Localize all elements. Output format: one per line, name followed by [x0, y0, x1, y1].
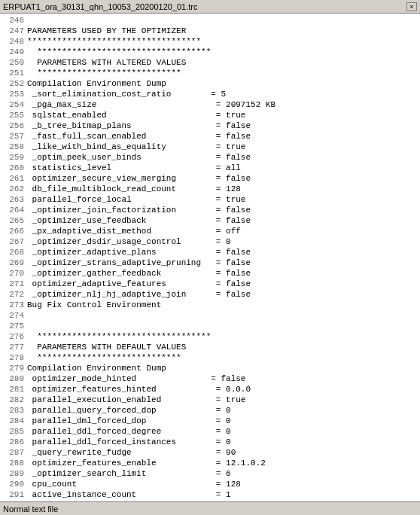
table-row: 262 db_file_multiblock_read_count = 128	[3, 184, 417, 194]
table-row: 251 *****************************	[3, 68, 417, 78]
line-content: optimizer_features_hinted = 0.0.0	[27, 384, 251, 395]
line-content: Bug Fix Control Environment	[27, 300, 161, 310]
line-number: 261	[3, 173, 24, 184]
line-number: 250	[3, 57, 24, 68]
table-row: 263 parallel_force_local = true	[3, 194, 417, 205]
table-row: 276 ***********************************	[3, 331, 417, 342]
line-number: 252	[3, 78, 24, 89]
title-text: ERPUAT1_ora_30131_qhn_10053_20200120_01.…	[3, 2, 198, 11]
table-row: 265 _optimizer_use_feedback = false	[3, 215, 417, 226]
line-number: 262	[3, 184, 24, 194]
line-content: PARAMETERS WITH ALTERED VALUES	[27, 57, 186, 68]
line-number: 248	[3, 36, 24, 47]
line-content: *****************************	[27, 352, 181, 363]
table-row: 285 parallel_ddl_forced_degree = 0	[3, 426, 417, 437]
line-content: optimizer_mode_hinted = false	[27, 373, 245, 384]
line-content: _b_tree_bitmap_plans = false	[27, 120, 251, 131]
line-content: parallel_force_local = true	[27, 194, 245, 205]
line-number: 254	[3, 99, 24, 110]
table-row: 258 _like_with_bind_as_equality = true	[3, 142, 417, 152]
table-row: 286 parallel_ddl_forced_instances = 0	[3, 437, 417, 447]
line-content: cpu_count = 128	[27, 479, 241, 489]
table-row: 256 _b_tree_bitmap_plans = false	[3, 120, 417, 131]
line-content: sqlstat_enabled = true	[27, 110, 245, 120]
line-number: 246	[3, 15, 24, 26]
line-number: 251	[3, 68, 24, 78]
line-content: Compilation Environment Dump	[27, 78, 166, 89]
table-row: 291 active_instance_count = 1	[3, 489, 417, 500]
line-content: _px_adaptive_dist_method = off	[27, 226, 241, 236]
table-row: 282 parallel_execution_enabled = true	[3, 395, 417, 405]
line-content: PARAMETERS WITH DEFAULT VALUES	[27, 342, 186, 352]
line-number: 260	[3, 163, 24, 173]
line-number: 282	[3, 395, 24, 405]
table-row: 275	[3, 321, 417, 331]
table-row: 274	[3, 310, 417, 321]
line-content: parallel_query_forced_dop = 0	[27, 405, 231, 416]
table-row: 252Compilation Environment Dump	[3, 78, 417, 89]
table-row: 249 ***********************************	[3, 47, 417, 57]
line-content: parallel_execution_enabled = true	[27, 395, 245, 405]
line-content: db_file_multiblock_read_count = 128	[27, 184, 241, 194]
table-row: 253 _sort_elimination_cost_ratio = 5	[3, 89, 417, 99]
status-text: Normal text file	[3, 504, 58, 513]
title-bar: ERPUAT1_ora_30131_qhn_10053_20200120_01.…	[0, 0, 420, 14]
line-number: 283	[3, 405, 24, 416]
table-row: 272 _optimizer_nlj_hj_adaptive_join = fa…	[3, 289, 417, 300]
table-row: 278 *****************************	[3, 352, 417, 363]
line-content: parallel_dml_forced_dop = 0	[27, 416, 231, 426]
table-row: 283 parallel_query_forced_dop = 0	[3, 405, 417, 416]
table-row: 279Compilation Environment Dump	[3, 363, 417, 373]
line-number: 247	[3, 26, 24, 36]
line-content: optimizer_secure_view_merging = false	[27, 173, 251, 184]
table-row: 266 _px_adaptive_dist_method = off	[3, 226, 417, 236]
line-content: parallel_threads_per_cpu = 2	[27, 500, 231, 501]
line-number: 264	[3, 205, 24, 215]
line-number: 290	[3, 479, 24, 489]
line-content: _optimizer_gather_feedback = false	[27, 268, 251, 279]
line-number: 278	[3, 352, 24, 363]
table-row: 267 _optimizer_dsdir_usage_control = 0	[3, 236, 417, 247]
table-row: 289 _optimizer_search_limit = 6	[3, 468, 417, 479]
line-content: *****************************	[27, 68, 181, 78]
line-number: 286	[3, 437, 24, 447]
table-row: 250 PARAMETERS WITH ALTERED VALUES	[3, 57, 417, 68]
line-number: 259	[3, 152, 24, 163]
line-number: 266	[3, 226, 24, 236]
line-content: _optimizer_nlj_hj_adaptive_join = false	[27, 289, 251, 300]
line-content: _optim_peek_user_binds = false	[27, 152, 251, 163]
line-content: _optimizer_search_limit = 6	[27, 468, 231, 479]
line-number: 276	[3, 331, 24, 342]
line-number: 285	[3, 426, 24, 437]
table-row: 254 _pga_max_size = 2097152 KB	[3, 99, 417, 110]
line-number: 268	[3, 247, 24, 258]
line-number: 271	[3, 279, 24, 289]
table-row: 277 PARAMETERS WITH DEFAULT VALUES	[3, 342, 417, 352]
table-row: 280 optimizer_mode_hinted = false	[3, 373, 417, 384]
line-number: 253	[3, 89, 24, 99]
line-content: active_instance_count = 1	[27, 489, 231, 500]
table-row: 284 parallel_dml_forced_dop = 0	[3, 416, 417, 426]
line-number: 284	[3, 416, 24, 426]
line-number: 272	[3, 289, 24, 300]
line-number: 275	[3, 321, 24, 331]
table-row: 248***********************************	[3, 36, 417, 47]
line-content: statistics_level = all	[27, 163, 241, 173]
line-content: _optimizer_adaptive_plans = false	[27, 247, 251, 258]
line-number: 277	[3, 342, 24, 352]
line-number: 288	[3, 458, 24, 468]
line-content: _optimizer_dsdir_usage_control = 0	[27, 236, 231, 247]
line-content: Compilation Environment Dump	[27, 363, 166, 373]
code-block: 246247PARAMETERS USED BY THE OPTIMIZER24…	[3, 15, 417, 501]
table-row: 268 _optimizer_adaptive_plans = false	[3, 247, 417, 258]
table-row: 247PARAMETERS USED BY THE OPTIMIZER	[3, 26, 417, 36]
close-button[interactable]: ×	[406, 2, 417, 11]
table-row: 290 cpu_count = 128	[3, 479, 417, 489]
line-content: optimizer_adaptive_features = false	[27, 279, 251, 289]
line-number: 256	[3, 120, 24, 131]
table-row: 287 _query_rewrite_fudge = 90	[3, 447, 417, 458]
content-area: 246247PARAMETERS USED BY THE OPTIMIZER24…	[0, 14, 420, 501]
table-row: 255 sqlstat_enabled = true	[3, 110, 417, 120]
table-row: 271 optimizer_adaptive_features = false	[3, 279, 417, 289]
line-content: ***********************************	[27, 36, 201, 47]
